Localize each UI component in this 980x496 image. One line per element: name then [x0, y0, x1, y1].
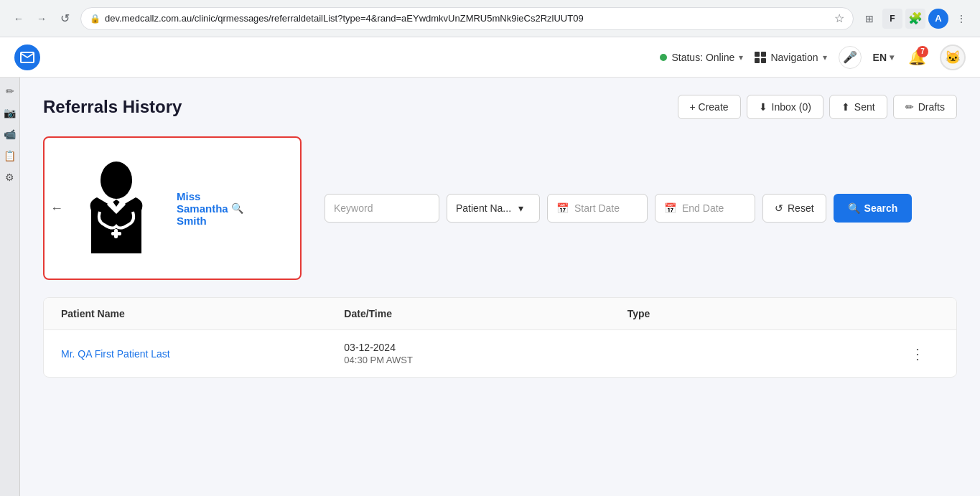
row-time: 04:30 PM AWST: [344, 355, 627, 365]
sidebar-tool-edit[interactable]: ✏: [2, 83, 18, 99]
reset-button[interactable]: ↺ Reset: [762, 194, 826, 223]
more-options-button[interactable]: ⋮: [910, 345, 925, 362]
page-title: Referrals History: [43, 97, 182, 117]
status-label: Status: Online: [671, 52, 734, 63]
microphone-button[interactable]: 🎤: [839, 46, 862, 69]
inbox-icon: ⬇: [759, 101, 767, 113]
keyword-input[interactable]: [325, 194, 439, 223]
row-datetime: 03-12-2024 04:30 PM AWST: [344, 342, 627, 365]
patient-name-chevron: ▾: [518, 202, 523, 214]
calendar-icon-2: 📅: [664, 202, 676, 214]
bookmark-icon[interactable]: ☆: [834, 11, 844, 25]
app-logo[interactable]: [14, 45, 40, 70]
table-row: Mr. QA First Patient Last 03-12-2024 04:…: [44, 330, 956, 377]
patient-info: Miss Samantha Smith 🔍: [177, 190, 243, 227]
calendar-icon: 📅: [556, 202, 569, 214]
sent-icon: ⬆: [841, 101, 850, 113]
sent-button[interactable]: ⬆ Sent: [829, 95, 887, 119]
sidebar-tool-clipboard[interactable]: 📋: [2, 148, 18, 164]
sidebar-tool-settings[interactable]: ⚙: [2, 169, 18, 185]
main-layout: ✏ 📷 📹 📋 ⚙ Referrals History + Create ⬇ I…: [0, 78, 980, 496]
language-label: EN: [873, 52, 887, 63]
patient-first-name: Samantha: [177, 202, 228, 215]
language-selector[interactable]: EN ▾: [873, 52, 894, 63]
search-icon: 🔍: [848, 202, 860, 214]
svg-point-0: [101, 162, 132, 199]
col-actions: [910, 308, 939, 319]
inbox-label: Inbox (0): [772, 101, 811, 113]
forward-button[interactable]: →: [32, 9, 52, 29]
browser-chrome: ← → ↺ 🔒 dev.medcallz.com.au/clinic/qrmes…: [0, 0, 980, 37]
search-label: Search: [864, 202, 898, 214]
patient-name-filter[interactable]: Patient Na... ▾: [447, 194, 540, 223]
user-avatar[interactable]: 🐱: [940, 45, 966, 70]
col-patient-name: Patient Name: [61, 308, 344, 319]
doctor-avatar: [73, 158, 159, 258]
search-filters: Patient Na... ▾ 📅 Start Date 📅 End Date …: [325, 194, 957, 223]
notification-badge: 7: [917, 46, 928, 57]
col-type: Type: [627, 308, 910, 319]
content-area: Referrals History + Create ⬇ Inbox (0) ⬆…: [20, 78, 980, 496]
results-table: Patient Name Date/Time Type Mr. QA First…: [43, 297, 957, 378]
row-patient-name[interactable]: Mr. QA First Patient Last: [61, 348, 344, 360]
lock-icon: 🔒: [90, 14, 101, 24]
row-actions: ⋮: [910, 345, 939, 362]
header-actions: + Create ⬇ Inbox (0) ⬆ Sent ✏ Drafts: [678, 95, 958, 119]
status-chevron: ▾: [739, 52, 743, 62]
back-arrow-button[interactable]: ←: [50, 201, 63, 216]
back-button[interactable]: ←: [9, 9, 29, 29]
browser-extensions: ⊞ F 🧩 A ⋮: [859, 9, 971, 29]
patient-name-display: Miss Samantha Smith: [177, 190, 228, 227]
lang-chevron: ▾: [890, 52, 894, 62]
drafts-label: Drafts: [918, 101, 945, 113]
sent-label: Sent: [854, 101, 875, 113]
menu-button[interactable]: ⋮: [951, 9, 971, 29]
navigation-menu[interactable]: Navigation ▾: [755, 52, 826, 63]
navigation-label: Navigation: [770, 52, 818, 63]
app-header: Status: Online ▾ Navigation ▾ 🎤 EN ▾ 🔔 7…: [0, 37, 980, 78]
start-date-filter[interactable]: 📅 Start Date: [547, 194, 648, 223]
reset-icon: ↺: [775, 202, 783, 214]
reset-label: Reset: [788, 202, 814, 214]
profile-button[interactable]: A: [928, 9, 948, 29]
patient-last-name: Smith: [177, 215, 207, 227]
header-right: Status: Online ▾ Navigation ▾ 🎤 EN ▾ 🔔 7…: [660, 45, 966, 70]
patient-card: ←: [43, 136, 302, 280]
url-text: dev.medcallz.com.au/clinic/qrmessages/re…: [105, 13, 830, 24]
table-header: Patient Name Date/Time Type: [44, 298, 956, 330]
start-date-label: Start Date: [574, 202, 620, 214]
patient-title: Miss: [177, 190, 200, 202]
extensions-button[interactable]: ⊞: [859, 9, 879, 29]
search-button[interactable]: 🔍 Search: [834, 194, 913, 223]
left-sidebar: ✏ 📷 📹 📋 ⚙: [0, 78, 20, 496]
end-date-filter[interactable]: 📅 End Date: [655, 194, 755, 223]
patient-search-icon[interactable]: 🔍: [231, 202, 243, 214]
col-datetime: Date/Time: [344, 308, 627, 319]
ext-btn-2[interactable]: 🧩: [905, 9, 925, 29]
reload-button[interactable]: ↺: [55, 9, 75, 29]
create-button[interactable]: + Create: [678, 95, 741, 119]
status-indicator[interactable]: Status: Online ▾: [660, 52, 743, 63]
patient-name-filter-label: Patient Na...: [456, 202, 511, 214]
inbox-button[interactable]: ⬇ Inbox (0): [747, 95, 823, 119]
drafts-button[interactable]: ✏ Drafts: [893, 95, 957, 119]
sidebar-tool-camera[interactable]: 📷: [2, 105, 18, 121]
status-dot: [660, 54, 667, 61]
nav-chevron: ▾: [823, 52, 827, 62]
browser-nav-buttons: ← → ↺: [9, 9, 75, 29]
address-bar[interactable]: 🔒 dev.medcallz.com.au/clinic/qrmessages/…: [80, 7, 854, 30]
page-header: Referrals History + Create ⬇ Inbox (0) ⬆…: [43, 95, 957, 119]
drafts-icon: ✏: [905, 101, 914, 113]
sidebar-tool-video[interactable]: 📹: [2, 126, 18, 142]
patient-card-section: ←: [43, 136, 957, 280]
end-date-label: End Date: [682, 202, 724, 214]
notification-button[interactable]: 🔔 7: [905, 46, 928, 69]
nav-grid-icon: [755, 52, 766, 63]
row-date: 03-12-2024: [344, 342, 627, 353]
svg-rect-2: [114, 229, 118, 238]
ext-btn-1[interactable]: F: [882, 9, 902, 29]
